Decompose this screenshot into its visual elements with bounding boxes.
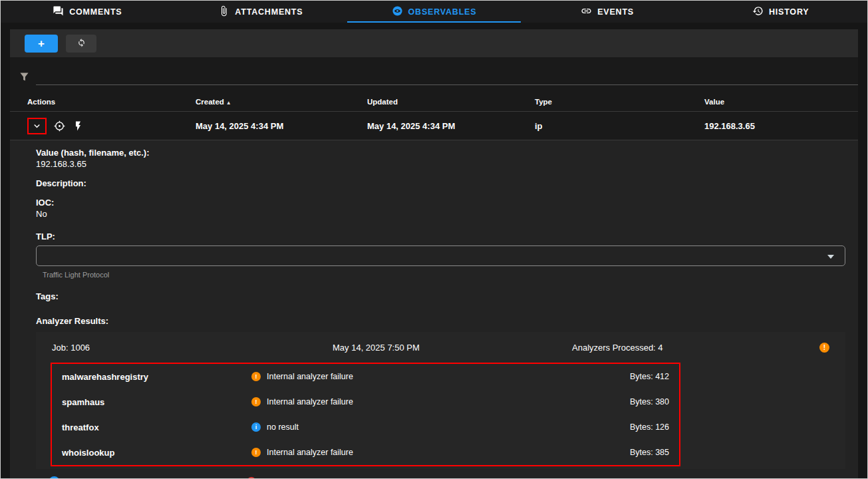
row-updated: May 14, 2025 4:34 PM [367, 121, 535, 131]
tlp-select[interactable] [36, 245, 845, 266]
info-icon: i [251, 422, 261, 432]
column-header-updated[interactable]: Updated [367, 98, 535, 106]
description-label: Description: [36, 178, 845, 189]
tab-observables[interactable]: OBSERVABLES [347, 1, 521, 23]
annotation-box-analyzers: malwarehashregistry !Internal analyzer f… [51, 363, 680, 466]
chevron-down-icon[interactable] [31, 120, 43, 132]
job-header: Job: 1006 May 14, 2025 7:50 PM Analyzers… [36, 332, 845, 363]
refresh-icon [76, 37, 86, 49]
tab-attachments[interactable]: ATTACHMENTS [174, 1, 348, 23]
job-processed-count: Analyzers Processed: 4 [572, 343, 819, 353]
tlp-hint: Traffic Light Protocol [43, 271, 845, 279]
analyzer-status: no result [267, 422, 299, 432]
observable-detail-panel: Value (hash, filename, etc.): 192.168.3.… [10, 140, 858, 479]
add-observable-button[interactable]: + [25, 35, 58, 53]
analyzer-job-card: Job: 1006 May 14, 2025 7:50 PM Analyzers… [36, 332, 845, 469]
tab-events[interactable]: EVENTS [521, 1, 694, 23]
avatar: S [49, 476, 60, 479]
ioc-value: No [36, 208, 845, 220]
analyzer-status: Internal analyzer failure [267, 448, 353, 457]
history-icon [752, 5, 764, 19]
analyzer-name: whoislookup [62, 448, 251, 458]
analyzer-row[interactable]: threatfox ino result Bytes: 126 [52, 414, 679, 440]
analyzer-status: Internal analyzer failure [267, 397, 353, 406]
tab-label: HISTORY [769, 7, 809, 17]
tab-label: OBSERVABLES [408, 7, 477, 17]
filter-input[interactable] [36, 72, 858, 85]
warning-icon: ! [251, 397, 261, 406]
job-timestamp: May 14, 2025 7:50 PM [333, 343, 572, 353]
tags-label: Tags: [36, 291, 845, 302]
row-value: 192.168.3.65 [704, 121, 858, 131]
job-footer-text: soc-admin@so.lab • May 14, 2025 7:50 PM [67, 477, 239, 479]
tab-comments[interactable]: COMMENTS [1, 1, 174, 23]
tab-label: EVENTS [597, 7, 634, 17]
column-header-type[interactable]: Type [535, 98, 704, 106]
eye-icon [392, 5, 403, 19]
sort-asc-icon: ▲ [226, 100, 231, 106]
job-id: Job: 1006 [52, 343, 333, 353]
analyzer-row[interactable]: spamhaus !Internal analyzer failure Byte… [52, 389, 679, 414]
warning-icon: ! [251, 372, 261, 381]
analyzer-bytes: Bytes: 380 [630, 397, 669, 406]
analyzer-name: malwarehashregistry [62, 372, 251, 382]
observables-screen: COMMENTS ATTACHMENTS OBSERVABLES EVENTS … [0, 0, 868, 479]
bolt-icon[interactable] [72, 120, 84, 132]
column-header-value[interactable]: Value [704, 98, 858, 106]
analyzer-status: Internal analyzer failure [267, 372, 353, 381]
row-created: May 14, 2025 4:34 PM [196, 121, 367, 131]
tab-label: COMMENTS [69, 7, 122, 17]
analyzer-row[interactable]: malwarehashregistry !Internal analyzer f… [52, 364, 679, 389]
ioc-label: IOC: [36, 197, 845, 208]
analyzer-bytes: Bytes: 126 [630, 422, 669, 432]
analyzer-bytes: Bytes: 385 [630, 448, 669, 457]
analyzer-name: threatfox [62, 422, 251, 432]
filter-row [10, 57, 858, 85]
table-header: Actions Created▲ Updated Type Value [10, 92, 858, 112]
row-type: ip [535, 121, 704, 131]
analyzer-name: spamhaus [62, 397, 251, 407]
chevron-down-icon [827, 255, 834, 259]
link-icon [581, 5, 592, 19]
paperclip-icon [218, 5, 229, 19]
warning-icon: ! [251, 448, 261, 457]
observables-toolbar: + [10, 29, 858, 57]
value-text: 192.168.3.65 [36, 158, 845, 170]
value-label: Value (hash, filename, etc.): [36, 147, 845, 158]
tab-history[interactable]: HISTORY [694, 1, 867, 23]
analyzer-bytes: Bytes: 412 [630, 372, 669, 381]
column-header-actions[interactable]: Actions [27, 98, 196, 106]
column-header-created[interactable]: Created▲ [196, 98, 367, 106]
crosshair-icon[interactable] [54, 120, 65, 132]
analyzer-results-label: Analyzer Results: [36, 315, 845, 327]
analyzer-row[interactable]: whoislookup !Internal analyzer failure B… [52, 440, 679, 465]
tab-bar: COMMENTS ATTACHMENTS OBSERVABLES EVENTS … [1, 1, 867, 23]
job-footer: S soc-admin@so.lab • May 14, 2025 7:50 P… [49, 476, 845, 479]
observable-row: May 14, 2025 4:34 PM May 14, 2025 4:34 P… [10, 112, 858, 140]
annotation-box-expand [27, 118, 47, 134]
warning-icon: ! [819, 343, 829, 353]
tlp-label: TLP: [36, 231, 845, 242]
observables-main: Actions Created▲ Updated Type Value May … [10, 57, 858, 479]
filter-funnel-icon [19, 72, 29, 85]
comments-icon [53, 5, 64, 19]
refresh-button[interactable] [66, 35, 96, 53]
tab-label: ATTACHMENTS [235, 7, 303, 17]
